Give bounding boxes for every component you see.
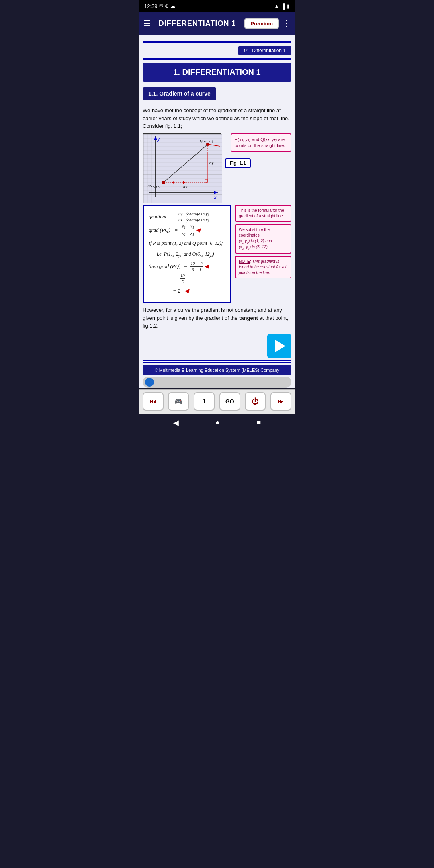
breadcrumb-row: 01. Differentiation 1	[143, 46, 291, 55]
formula-annotation-2: We substitute the coordinates; (x1,y1) i…	[235, 224, 291, 254]
formula-annotations: This is the formula for the gradient of …	[235, 205, 291, 281]
breadcrumb: 01. Differentiation 1	[238, 46, 291, 55]
arrow-1: ◀	[196, 225, 200, 236]
power-button[interactable]: ⏻	[245, 392, 266, 411]
recent-button[interactable]: ■	[256, 418, 261, 427]
formula-line-6: = 10 5	[149, 273, 225, 284]
power-icon: ⏻	[252, 397, 259, 406]
more-options-icon[interactable]: ⋮	[283, 18, 291, 28]
signal-icon: ▐	[281, 3, 285, 9]
nav-bar: ⏮ 🎮 1 GO ⏻ ⏭	[139, 389, 295, 414]
status-bar: 12:39 ✉ ⊕ ☁ ▲ ▐ ▮	[139, 0, 295, 12]
arrow-3: ◀	[184, 285, 189, 297]
svg-text:Q(x₂, y₂): Q(x₂, y₂)	[200, 139, 213, 143]
formula-line-7: = 2 . ◀	[149, 285, 225, 297]
formula-annotation-1: This is the formula for the gradient of …	[235, 205, 291, 222]
at-icon: ⊕	[165, 3, 169, 9]
intro-text: We have met the concept of the gradient …	[143, 106, 291, 130]
player-area	[143, 334, 291, 358]
chapter-title-banner: 1. DIFFERENTIATION 1	[143, 63, 291, 82]
arrow-2: ◀	[204, 261, 209, 272]
battery-icon: ▮	[287, 3, 290, 9]
svg-text:Δy: Δy	[209, 161, 213, 165]
premium-button[interactable]: Premium	[244, 18, 279, 29]
back-button[interactable]: ◀	[173, 418, 179, 427]
forward-icon: ⏭	[278, 398, 284, 405]
go-button[interactable]: GO	[219, 392, 240, 411]
fig-label: Fig. 1.1	[225, 158, 251, 168]
play-triangle-icon	[275, 340, 285, 352]
formula-box: gradient = Δy Δx (change in y) (change i…	[143, 205, 231, 303]
graph-svg: y x P(x₁, y₁) Q(x₂, y₂) Δy	[143, 134, 222, 203]
footer-copyright: © Multimedia E-Learning Education System…	[143, 365, 291, 375]
progress-bar[interactable]	[143, 377, 291, 388]
gmail-icon: ✉	[159, 3, 163, 9]
progress-thumb[interactable]	[145, 378, 154, 387]
graph-section: y x P(x₁, y₁) Q(x₂, y₂) Δy	[143, 133, 291, 202]
hamburger-menu-icon[interactable]: ☰	[143, 18, 151, 28]
page-number[interactable]: 1	[194, 392, 215, 411]
wifi-icon: ▲	[274, 3, 279, 9]
play-button[interactable]	[267, 334, 291, 358]
gamepad-icon: 🎮	[174, 398, 182, 405]
formula-section: gradient = Δy Δx (change in y) (change i…	[143, 205, 291, 303]
formula-line-5: then grad (PQ) = 12 − 2 6 − 1 ◀	[149, 261, 225, 272]
points-annotation: P(x₁, y₁) and Q(x₂, y₂) are points on th…	[231, 133, 291, 152]
top-divider	[143, 41, 291, 43]
header-right: Premium ⋮	[244, 18, 291, 29]
home-button[interactable]: ●	[215, 418, 220, 427]
formula-line-3: If P is point (1, 2) and Q point (6, 12)…	[149, 238, 225, 248]
rewind-icon: ⏮	[150, 398, 156, 405]
graph-container: y x P(x₁, y₁) Q(x₂, y₂) Δy	[143, 133, 221, 202]
system-nav: ◀ ● ■	[139, 414, 295, 432]
status-left: 12:39 ✉ ⊕ ☁	[144, 3, 175, 9]
rewind-button[interactable]: ⏮	[143, 392, 164, 411]
game-button[interactable]: 🎮	[168, 392, 189, 411]
svg-text:y: y	[157, 136, 160, 142]
formula-line-4: i.e. P(1x₁, 2y₁) and Q(6x₂, 12y₂)	[149, 249, 225, 260]
formula-annotation-3: NOTE: This gradient is found to be const…	[235, 256, 291, 278]
bottom-text: However, for a curve the gradient is not…	[143, 306, 291, 330]
formula-line-2: grad (PQ) = y2 − y1 x2 − x1 ◀	[149, 223, 225, 237]
status-right: ▲ ▐ ▮	[274, 3, 290, 9]
main-content: 01. Differentiation 1 1. DIFFERENTIATION…	[139, 35, 295, 388]
section-header: 1.1. Gradient of a curve	[143, 87, 216, 100]
svg-text:Δx: Δx	[183, 185, 187, 189]
forward-button[interactable]: ⏭	[270, 392, 291, 411]
svg-text:x: x	[214, 194, 217, 200]
graph-annotation: P(x₁, y₁) and Q(x₂, y₂) are points on th…	[225, 133, 291, 168]
app-title: DIFFERENTIATION 1	[159, 19, 236, 28]
formula-line-1: gradient = Δy Δx (change in y) (change i…	[149, 211, 225, 222]
second-divider	[143, 58, 291, 60]
app-header: ☰ DIFFERENTIATION 1 Premium ⋮	[139, 12, 295, 35]
time: 12:39	[144, 3, 158, 9]
svg-text:P(x₁, y₁): P(x₁, y₁)	[147, 184, 160, 188]
footer-divider	[143, 360, 291, 363]
cloud-icon: ☁	[170, 3, 175, 9]
